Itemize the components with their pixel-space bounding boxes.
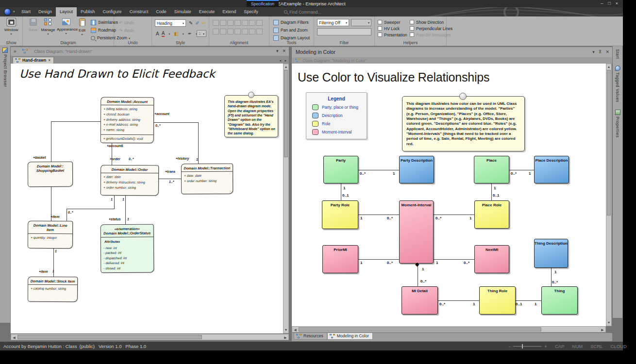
text-style-icon[interactable]: A bbox=[156, 31, 159, 36]
properties-side-tab[interactable]: Properties bbox=[615, 116, 620, 138]
start-side-tab[interactable]: Start bbox=[615, 49, 620, 59]
find-command[interactable]: Find Command... bbox=[284, 9, 321, 15]
class-shopping-basket[interactable]: Domain Model::ShoppingBasket bbox=[28, 162, 73, 187]
filter-text-input[interactable] bbox=[317, 28, 371, 35]
ribbon-tab-specify[interactable]: Specify bbox=[240, 7, 262, 17]
color-diagram-canvas[interactable]: Use Color to Visualize Relationships Leg… bbox=[292, 64, 606, 326]
alignment-tool-icon[interactable] bbox=[234, 29, 241, 34]
appearance-button[interactable]: Appearance ▾ bbox=[57, 18, 75, 39]
maximize-button[interactable]: □ bbox=[608, 1, 610, 6]
helper-perpendicular-lines[interactable]: Perpendicular Lines bbox=[410, 25, 452, 32]
close-button[interactable]: × bbox=[616, 1, 618, 6]
filter-secondary-combo[interactable]: ▾ bbox=[351, 19, 371, 26]
undo-button[interactable]: ↶ Undo bbox=[119, 19, 134, 26]
ribbon-tab-simulate[interactable]: Simulate bbox=[170, 7, 195, 17]
node-place-description[interactable]: Place Description bbox=[534, 156, 569, 183]
brush-icon[interactable]: ✐ bbox=[195, 20, 199, 26]
tool-diagram-filters[interactable]: Diagram Filters bbox=[273, 19, 309, 26]
scrollbar-thumb[interactable] bbox=[284, 70, 288, 157]
checkbox-icon[interactable] bbox=[410, 26, 414, 31]
left-vertical-scrollbar[interactable]: ▲ ▼ bbox=[283, 64, 289, 333]
alignment-tool-icon[interactable] bbox=[220, 29, 226, 34]
alignment-tool-icon[interactable] bbox=[242, 20, 248, 26]
font-color-icon[interactable]: A bbox=[162, 31, 165, 37]
ribbon-tab-design[interactable]: Design bbox=[34, 7, 56, 17]
edit-button[interactable]: Edit ▾ bbox=[75, 18, 89, 39]
node-thing[interactable]: Thing bbox=[541, 286, 578, 314]
zoom-slider-thumb[interactable] bbox=[522, 344, 523, 348]
alignment-tool-icon[interactable] bbox=[249, 29, 255, 34]
node-mi-detail[interactable]: MI Detail bbox=[402, 286, 438, 314]
node-party-role[interactable]: Party Role bbox=[322, 200, 358, 229]
checkbox-icon[interactable] bbox=[378, 20, 382, 24]
alignment-tool-icon[interactable] bbox=[249, 20, 255, 26]
node-nextmi[interactable]: NextMI bbox=[474, 245, 509, 273]
alignment-tool-icon[interactable] bbox=[220, 20, 226, 26]
ribbon-tab-layout[interactable]: Layout bbox=[56, 7, 77, 17]
scroll-right-icon[interactable]: ▶ bbox=[601, 328, 604, 332]
zoom-in-button[interactable]: + bbox=[544, 344, 547, 349]
checkbox-icon[interactable] bbox=[378, 33, 382, 37]
node-thing-description[interactable]: Thing Description bbox=[534, 239, 568, 268]
ribbon-tab-extend[interactable]: Extend bbox=[218, 7, 240, 17]
left-horizontal-scrollbar[interactable]: ◀ ▶ bbox=[11, 334, 289, 340]
zoom-slider[interactable] bbox=[513, 346, 541, 347]
app-menu-caret-icon[interactable]: ▾ bbox=[13, 10, 15, 14]
note-color-diagram[interactable]: This diagram illustrates how color can b… bbox=[402, 96, 525, 151]
pane-close-icon[interactable]: ✕ bbox=[605, 50, 609, 54]
node-priormi[interactable]: PriorMI bbox=[322, 245, 358, 273]
manage-button[interactable]: Manage ▾ bbox=[39, 18, 57, 39]
note-hand-drawn[interactable]: This diagram illustrates EA's hand-drawn… bbox=[224, 95, 278, 137]
class-order[interactable]: Domain Model::Order+ date: date+ deliver… bbox=[100, 165, 159, 196]
node-moment-interval[interactable]: Moment-Interval bbox=[399, 200, 434, 264]
tab-hand-drawn[interactable]: Hand-drawn × bbox=[13, 57, 54, 64]
pane-menu-caret-icon[interactable]: ▾ bbox=[276, 49, 279, 53]
scroll-up-icon[interactable]: ▲ bbox=[284, 65, 288, 69]
scroll-down-icon[interactable]: ▼ bbox=[284, 328, 288, 332]
ribbon-tab-start[interactable]: Start bbox=[17, 7, 34, 17]
ribbon-tab-publish[interactable]: Publish bbox=[77, 7, 99, 17]
alignment-tool-icon[interactable] bbox=[256, 20, 263, 26]
style-combo[interactable]: Heading▾ bbox=[155, 19, 186, 27]
tagged-values-side-tab[interactable]: Tagged Values bbox=[615, 72, 620, 102]
scroll-left-icon[interactable]: ◀ bbox=[12, 335, 16, 340]
line-width-spinner[interactable]: 1▾ bbox=[197, 30, 206, 37]
pane-close-icon[interactable]: ✕ bbox=[282, 49, 286, 53]
scrollbar-thumb[interactable] bbox=[299, 327, 541, 331]
line-color-icon[interactable]: ✒ bbox=[188, 31, 192, 36]
pane-pin-icon[interactable]: ⊼ bbox=[599, 50, 602, 54]
node-party[interactable]: Party bbox=[323, 156, 358, 183]
class-order-status[interactable]: «enumeration»Domain Model::OrderStatusAt… bbox=[100, 224, 154, 273]
helper-reorder-messages[interactable]: Reorder Messages bbox=[410, 32, 452, 38]
scrollbar-thumb[interactable] bbox=[17, 335, 202, 339]
helper-sweeper[interactable]: Sweeper bbox=[378, 19, 407, 25]
alignment-tool-icon[interactable] bbox=[256, 29, 263, 34]
alignment-tool-icon[interactable] bbox=[227, 20, 234, 26]
filter-mode-combo[interactable]: Filtering Off▾ bbox=[317, 19, 349, 26]
project-browser-tab[interactable]: Project Browser bbox=[3, 54, 8, 87]
tab-close-icon[interactable]: × bbox=[48, 58, 50, 63]
right-vertical-scrollbar[interactable]: ▲ ▼ bbox=[606, 64, 612, 326]
tab-scroll-left-icon[interactable]: ◂ bbox=[279, 59, 281, 63]
ribbon-tab-execute[interactable]: Execute bbox=[195, 7, 219, 17]
tool-pan-and-zoom[interactable]: Pan and Zoom bbox=[273, 27, 308, 33]
overflow-chevron-icon[interactable]: » bbox=[14, 49, 17, 54]
node-place-role[interactable]: Place Role bbox=[474, 200, 509, 229]
helper-show-direction[interactable]: Show Direction bbox=[410, 19, 452, 25]
scroll-down-icon[interactable]: ▼ bbox=[606, 320, 611, 325]
alignment-tool-icon[interactable] bbox=[242, 29, 248, 34]
class-account[interactable]: Domain Model::Account+ billing address: … bbox=[100, 97, 154, 144]
node-place[interactable]: Place bbox=[474, 156, 509, 183]
minimize-button[interactable]: – bbox=[601, 1, 603, 6]
window-button[interactable]: Window ▾ bbox=[2, 18, 20, 39]
bottom-tab-resources[interactable]: Resources bbox=[294, 333, 327, 340]
format-painter-icon[interactable]: ✎ bbox=[189, 20, 193, 26]
ribbon-tab-construct[interactable]: Construct bbox=[126, 7, 152, 17]
checkbox-icon[interactable] bbox=[410, 20, 414, 24]
node-party-description[interactable]: Party Description bbox=[399, 156, 434, 183]
node-thing-role[interactable]: Thing Role bbox=[479, 286, 516, 314]
scrollbar-thumb[interactable] bbox=[607, 70, 611, 215]
helper-presentation[interactable]: Presentation bbox=[378, 32, 407, 38]
alignment-tool-icon[interactable] bbox=[234, 20, 241, 26]
class-transaction[interactable]: Domain Model::Transaction+ date: date+ o… bbox=[181, 164, 233, 195]
